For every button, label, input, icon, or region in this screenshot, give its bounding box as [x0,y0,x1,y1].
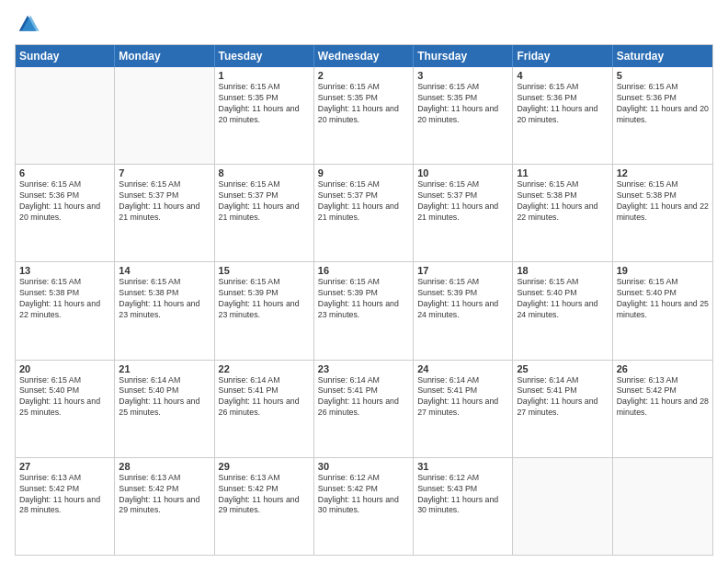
cell-detail: Sunrise: 6:15 AM Sunset: 5:40 PM Dayligh… [617,277,709,321]
day-cell-5: 5Sunrise: 6:15 AM Sunset: 5:36 PM Daylig… [613,67,712,164]
empty-cell [613,458,712,555]
day-number: 10 [417,167,508,178]
day-number: 13 [19,265,110,276]
day-number: 9 [318,167,409,178]
day-number: 4 [517,70,608,81]
header-day-wednesday: Wednesday [314,45,414,67]
day-cell-28: 28Sunrise: 6:13 AM Sunset: 5:42 PM Dayli… [115,458,214,555]
day-number: 30 [318,461,409,472]
cell-detail: Sunrise: 6:13 AM Sunset: 5:42 PM Dayligh… [19,473,110,517]
day-cell-24: 24Sunrise: 6:14 AM Sunset: 5:41 PM Dayli… [414,361,513,457]
week-row-1: 6Sunrise: 6:15 AM Sunset: 5:36 PM Daylig… [16,164,712,261]
day-number: 7 [119,167,210,178]
day-number: 21 [119,363,210,374]
cell-detail: Sunrise: 6:14 AM Sunset: 5:41 PM Dayligh… [417,375,508,419]
day-number: 28 [119,461,210,472]
day-number: 20 [19,363,110,374]
header-day-sunday: Sunday [16,45,115,67]
day-cell-9: 9Sunrise: 6:15 AM Sunset: 5:37 PM Daylig… [314,165,414,261]
day-cell-30: 30Sunrise: 6:12 AM Sunset: 5:42 PM Dayli… [314,458,414,555]
cell-detail: Sunrise: 6:15 AM Sunset: 5:38 PM Dayligh… [119,277,210,321]
cell-detail: Sunrise: 6:13 AM Sunset: 5:42 PM Dayligh… [617,375,709,419]
day-cell-8: 8Sunrise: 6:15 AM Sunset: 5:37 PM Daylig… [215,165,314,261]
day-cell-13: 13Sunrise: 6:15 AM Sunset: 5:38 PM Dayli… [16,262,115,359]
cell-detail: Sunrise: 6:15 AM Sunset: 5:35 PM Dayligh… [219,82,310,126]
cell-detail: Sunrise: 6:15 AM Sunset: 5:37 PM Dayligh… [318,179,409,224]
day-cell-10: 10Sunrise: 6:15 AM Sunset: 5:37 PM Dayli… [414,165,513,261]
day-cell-2: 2Sunrise: 6:15 AM Sunset: 5:35 PM Daylig… [314,67,414,164]
cell-detail: Sunrise: 6:12 AM Sunset: 5:42 PM Dayligh… [318,473,409,517]
day-cell-16: 16Sunrise: 6:15 AM Sunset: 5:39 PM Dayli… [314,262,414,359]
calendar-header: SundayMondayTuesdayWednesdayThursdayFrid… [16,45,712,67]
cell-detail: Sunrise: 6:15 AM Sunset: 5:37 PM Dayligh… [417,179,508,224]
day-cell-20: 20Sunrise: 6:15 AM Sunset: 5:40 PM Dayli… [16,361,115,457]
logo-icon [15,11,40,37]
day-number: 15 [219,265,310,276]
cell-detail: Sunrise: 6:15 AM Sunset: 5:39 PM Dayligh… [318,277,409,321]
cell-detail: Sunrise: 6:15 AM Sunset: 5:38 PM Dayligh… [19,277,110,321]
day-cell-12: 12Sunrise: 6:15 AM Sunset: 5:38 PM Dayli… [613,165,712,261]
calendar-body: 1Sunrise: 6:15 AM Sunset: 5:35 PM Daylig… [16,67,712,555]
day-cell-22: 22Sunrise: 6:14 AM Sunset: 5:41 PM Dayli… [215,361,314,457]
day-number: 23 [318,363,409,374]
day-cell-27: 27Sunrise: 6:13 AM Sunset: 5:42 PM Dayli… [16,458,115,555]
empty-cell [115,67,214,164]
cell-detail: Sunrise: 6:15 AM Sunset: 5:36 PM Dayligh… [617,82,709,126]
day-number: 11 [517,167,608,178]
header-day-friday: Friday [513,45,612,67]
day-cell-17: 17Sunrise: 6:15 AM Sunset: 5:39 PM Dayli… [414,262,513,359]
cell-detail: Sunrise: 6:15 AM Sunset: 5:38 PM Dayligh… [617,179,709,224]
header [15,11,713,37]
day-cell-19: 19Sunrise: 6:15 AM Sunset: 5:40 PM Dayli… [613,262,712,359]
cell-detail: Sunrise: 6:15 AM Sunset: 5:37 PM Dayligh… [119,179,210,224]
cell-detail: Sunrise: 6:15 AM Sunset: 5:39 PM Dayligh… [219,277,310,321]
day-cell-23: 23Sunrise: 6:14 AM Sunset: 5:41 PM Dayli… [314,361,414,457]
cell-detail: Sunrise: 6:15 AM Sunset: 5:40 PM Dayligh… [19,375,110,419]
day-cell-25: 25Sunrise: 6:14 AM Sunset: 5:41 PM Dayli… [513,361,612,457]
day-cell-26: 26Sunrise: 6:13 AM Sunset: 5:42 PM Dayli… [613,361,712,457]
day-cell-4: 4Sunrise: 6:15 AM Sunset: 5:36 PM Daylig… [513,67,612,164]
cell-detail: Sunrise: 6:14 AM Sunset: 5:41 PM Dayligh… [318,375,409,419]
day-cell-3: 3Sunrise: 6:15 AM Sunset: 5:35 PM Daylig… [414,67,513,164]
day-number: 18 [517,265,608,276]
day-cell-6: 6Sunrise: 6:15 AM Sunset: 5:36 PM Daylig… [16,165,115,261]
day-number: 22 [219,363,310,374]
empty-cell [513,458,612,555]
page: SundayMondayTuesdayWednesdayThursdayFrid… [0,0,728,563]
week-row-2: 13Sunrise: 6:15 AM Sunset: 5:38 PM Dayli… [16,261,712,359]
cell-detail: Sunrise: 6:15 AM Sunset: 5:39 PM Dayligh… [417,277,508,321]
cell-detail: Sunrise: 6:15 AM Sunset: 5:36 PM Dayligh… [19,179,110,224]
day-number: 14 [119,265,210,276]
cell-detail: Sunrise: 6:15 AM Sunset: 5:38 PM Dayligh… [517,179,608,224]
day-number: 27 [19,461,110,472]
header-day-saturday: Saturday [613,45,712,67]
day-number: 17 [417,265,508,276]
day-number: 6 [19,167,110,178]
header-day-monday: Monday [115,45,214,67]
day-number: 12 [617,167,709,178]
day-cell-7: 7Sunrise: 6:15 AM Sunset: 5:37 PM Daylig… [115,165,214,261]
day-number: 19 [617,265,709,276]
cell-detail: Sunrise: 6:14 AM Sunset: 5:40 PM Dayligh… [119,375,210,419]
cell-detail: Sunrise: 6:15 AM Sunset: 5:35 PM Dayligh… [417,82,508,126]
day-cell-14: 14Sunrise: 6:15 AM Sunset: 5:38 PM Dayli… [115,262,214,359]
header-day-thursday: Thursday [414,45,513,67]
day-number: 16 [318,265,409,276]
cell-detail: Sunrise: 6:13 AM Sunset: 5:42 PM Dayligh… [219,473,310,517]
day-cell-1: 1Sunrise: 6:15 AM Sunset: 5:35 PM Daylig… [215,67,314,164]
cell-detail: Sunrise: 6:14 AM Sunset: 5:41 PM Dayligh… [517,375,608,419]
day-number: 5 [617,70,709,81]
cell-detail: Sunrise: 6:14 AM Sunset: 5:41 PM Dayligh… [219,375,310,419]
day-number: 3 [417,70,508,81]
day-number: 1 [219,70,310,81]
day-number: 26 [617,363,709,374]
day-number: 31 [417,461,508,472]
calendar: SundayMondayTuesdayWednesdayThursdayFrid… [15,44,713,556]
week-row-0: 1Sunrise: 6:15 AM Sunset: 5:35 PM Daylig… [16,67,712,164]
day-cell-11: 11Sunrise: 6:15 AM Sunset: 5:38 PM Dayli… [513,165,612,261]
week-row-3: 20Sunrise: 6:15 AM Sunset: 5:40 PM Dayli… [16,360,712,457]
day-number: 24 [417,363,508,374]
day-number: 2 [318,70,409,81]
week-row-4: 27Sunrise: 6:13 AM Sunset: 5:42 PM Dayli… [16,457,712,555]
cell-detail: Sunrise: 6:15 AM Sunset: 5:40 PM Dayligh… [517,277,608,321]
